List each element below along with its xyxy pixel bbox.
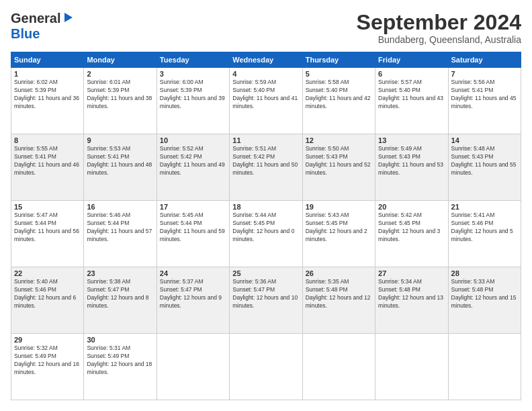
table-row: 9Sunrise: 5:53 AMSunset: 5:41 PMDaylight…: [84, 134, 157, 201]
header-monday: Monday: [84, 52, 157, 68]
table-row: 26Sunrise: 5:35 AMSunset: 5:48 PMDayligh…: [302, 267, 375, 334]
table-row: 19Sunrise: 5:43 AMSunset: 5:45 PMDayligh…: [302, 201, 375, 267]
table-row: 12Sunrise: 5:50 AMSunset: 5:43 PMDayligh…: [302, 134, 375, 201]
table-row: 1Sunrise: 6:02 AMSunset: 5:39 PMDaylight…: [11, 68, 84, 134]
table-row: 6Sunrise: 5:57 AMSunset: 5:40 PMDaylight…: [375, 68, 448, 134]
table-row: [157, 334, 229, 400]
table-row: 30Sunrise: 5:31 AMSunset: 5:49 PMDayligh…: [84, 334, 157, 400]
table-row: 5Sunrise: 5:58 AMSunset: 5:40 PMDaylight…: [302, 68, 375, 134]
header-tuesday: Tuesday: [157, 52, 229, 68]
table-row: 16Sunrise: 5:46 AMSunset: 5:44 PMDayligh…: [84, 201, 157, 267]
table-row: 18Sunrise: 5:44 AMSunset: 5:45 PMDayligh…: [230, 201, 302, 267]
header-thursday: Thursday: [302, 52, 375, 68]
table-row: 7Sunrise: 5:56 AMSunset: 5:41 PMDaylight…: [448, 68, 521, 134]
logo: General Blue: [11, 11, 74, 42]
svg-marker-0: [64, 13, 73, 22]
table-row: 22Sunrise: 5:40 AMSunset: 5:46 PMDayligh…: [11, 267, 84, 334]
calendar-table: Sunday Monday Tuesday Wednesday Thursday…: [11, 52, 521, 400]
table-row: [302, 334, 375, 400]
table-row: [375, 334, 448, 400]
header-saturday: Saturday: [448, 52, 521, 68]
table-row: 10Sunrise: 5:52 AMSunset: 5:42 PMDayligh…: [157, 134, 229, 201]
header-sunday: Sunday: [11, 52, 84, 68]
table-row: 27Sunrise: 5:34 AMSunset: 5:48 PMDayligh…: [375, 267, 448, 334]
table-row: 29Sunrise: 5:32 AMSunset: 5:49 PMDayligh…: [11, 334, 84, 400]
month-title: September 2024: [357, 11, 521, 34]
table-row: 21Sunrise: 5:41 AMSunset: 5:46 PMDayligh…: [448, 201, 521, 267]
header-wednesday: Wednesday: [230, 52, 302, 68]
table-row: 24Sunrise: 5:37 AMSunset: 5:47 PMDayligh…: [157, 267, 229, 334]
table-row: [448, 334, 521, 400]
table-row: 13Sunrise: 5:49 AMSunset: 5:43 PMDayligh…: [375, 134, 448, 201]
table-row: 23Sunrise: 5:38 AMSunset: 5:47 PMDayligh…: [84, 267, 157, 334]
table-row: 20Sunrise: 5:42 AMSunset: 5:45 PMDayligh…: [375, 201, 448, 267]
header: General Blue September 2024 Bundaberg, Q…: [11, 11, 521, 45]
title-block: September 2024 Bundaberg, Queensland, Au…: [357, 11, 521, 45]
table-row: 25Sunrise: 5:36 AMSunset: 5:47 PMDayligh…: [230, 267, 302, 334]
logo-arrow-icon: [62, 11, 74, 24]
table-row: 4Sunrise: 5:59 AMSunset: 5:40 PMDaylight…: [230, 68, 302, 134]
location: Bundaberg, Queensland, Australia: [357, 34, 521, 45]
table-row: 3Sunrise: 6:00 AMSunset: 5:39 PMDaylight…: [157, 68, 229, 134]
calendar-week-3: 15Sunrise: 5:47 AMSunset: 5:44 PMDayligh…: [11, 201, 521, 267]
table-row: 2Sunrise: 6:01 AMSunset: 5:39 PMDaylight…: [84, 68, 157, 134]
header-friday: Friday: [375, 52, 448, 68]
table-row: 8Sunrise: 5:55 AMSunset: 5:41 PMDaylight…: [11, 134, 84, 201]
table-row: 11Sunrise: 5:51 AMSunset: 5:42 PMDayligh…: [230, 134, 302, 201]
logo-general-text: General: [11, 11, 60, 26]
table-row: 14Sunrise: 5:48 AMSunset: 5:43 PMDayligh…: [448, 134, 521, 201]
table-row: 28Sunrise: 5:33 AMSunset: 5:48 PMDayligh…: [448, 267, 521, 334]
calendar-week-2: 8Sunrise: 5:55 AMSunset: 5:41 PMDaylight…: [11, 134, 521, 201]
calendar-week-4: 22Sunrise: 5:40 AMSunset: 5:46 PMDayligh…: [11, 267, 521, 334]
logo-blue-text: Blue: [11, 26, 74, 42]
calendar-header-row: Sunday Monday Tuesday Wednesday Thursday…: [11, 52, 521, 68]
table-row: [230, 334, 302, 400]
table-row: 17Sunrise: 5:45 AMSunset: 5:44 PMDayligh…: [157, 201, 229, 267]
calendar-week-1: 1Sunrise: 6:02 AMSunset: 5:39 PMDaylight…: [11, 68, 521, 134]
table-row: 15Sunrise: 5:47 AMSunset: 5:44 PMDayligh…: [11, 201, 84, 267]
page: General Blue September 2024 Bundaberg, Q…: [0, 0, 532, 411]
calendar-week-5: 29Sunrise: 5:32 AMSunset: 5:49 PMDayligh…: [11, 334, 521, 400]
